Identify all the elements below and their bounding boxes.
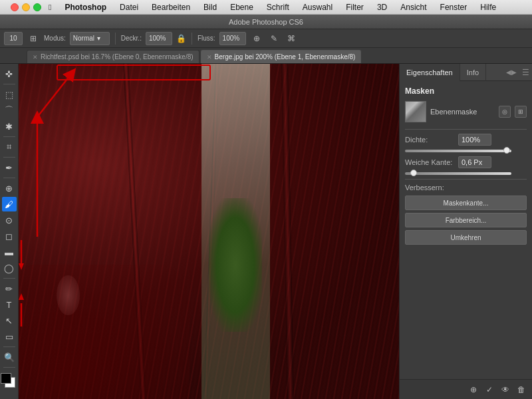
fullscreen-button[interactable] bbox=[33, 3, 41, 11]
refine-label: Verbessern: bbox=[405, 184, 458, 192]
feather-slider[interactable] bbox=[405, 172, 511, 175]
add-mask-from-selection-btn[interactable]: ⊕ bbox=[467, 383, 480, 396]
panel-section-title: Masken bbox=[405, 86, 527, 96]
opacity-lock-icon: 🔒 bbox=[176, 34, 186, 43]
tool-crop[interactable]: ⌗ bbox=[2, 140, 17, 154]
density-row: Dichte: 100% bbox=[405, 134, 527, 146]
density-slider[interactable] bbox=[405, 150, 511, 152]
panel-content: Masken Ebenenmaske ◎ ⊞ Dichte: 100% Weic… bbox=[400, 81, 532, 379]
mask-layer-row: Ebenenmaske ◎ ⊞ bbox=[405, 101, 527, 122]
tool-gradient[interactable]: ▬ bbox=[2, 245, 17, 259]
panel-divider-2 bbox=[405, 179, 527, 180]
tool-clone[interactable]: ⊙ bbox=[2, 213, 17, 227]
mask-visibility-btn[interactable]: ◎ bbox=[499, 106, 511, 118]
visibility-mask-btn[interactable]: 👁 bbox=[499, 383, 512, 396]
menu-datei[interactable]: Datei bbox=[116, 1, 142, 13]
layer-mask-label: Ebenenmaske bbox=[430, 108, 495, 116]
refine-row: Verbessern: bbox=[405, 184, 527, 192]
menu-fenster[interactable]: Fenster bbox=[437, 1, 471, 13]
menu-hilfe[interactable]: Hilfe bbox=[477, 1, 499, 13]
menu-3d[interactable]: 3D bbox=[374, 1, 390, 13]
menu-ebene[interactable]: Ebene bbox=[227, 1, 257, 13]
feather-value[interactable]: 0,6 Px bbox=[458, 156, 491, 168]
tool-spot-heal[interactable]: ⊕ bbox=[2, 181, 17, 196]
tool-dodge[interactable]: ◯ bbox=[2, 261, 17, 275]
tool-quick-select[interactable]: ✱ bbox=[2, 119, 17, 134]
panel-menu-button[interactable]: ☰ bbox=[519, 68, 532, 77]
menu-bearbeiten[interactable]: Bearbeiten bbox=[148, 1, 194, 13]
tool-brush[interactable]: 🖌 bbox=[2, 197, 17, 211]
density-slider-thumb[interactable] bbox=[503, 147, 510, 154]
window-title: Adobe Photoshop CS6 bbox=[229, 18, 303, 26]
tool-lasso[interactable]: ⌒ bbox=[2, 103, 17, 118]
airbrush-icon[interactable]: ⊕ bbox=[250, 32, 263, 45]
brush-preset-picker[interactable]: 10 bbox=[4, 32, 23, 45]
tool-eraser[interactable]: ◻ bbox=[2, 229, 17, 243]
density-value[interactable]: 100% bbox=[458, 134, 491, 146]
panel-tab-eigenschaften[interactable]: Eigenschaften bbox=[400, 64, 460, 81]
apply-mask-btn[interactable]: ✓ bbox=[483, 383, 496, 396]
menu-bild[interactable]: Bild bbox=[200, 1, 220, 13]
left-toolbar: ✜ ⬚ ⌒ ✱ ⌗ ✒ ⊕ 🖌 ⊙ ◻ ▬ ◯ ✏ T ↖ ▭ 🔍 bbox=[0, 64, 19, 399]
modus-label: Modus: bbox=[44, 35, 66, 42]
feather-label: Weiche Kante: bbox=[405, 158, 458, 166]
tool-move[interactable]: ✜ bbox=[2, 66, 17, 81]
density-label: Dichte: bbox=[405, 136, 458, 144]
app-menu-photoshop[interactable]: Photoshop bbox=[61, 1, 110, 13]
delete-mask-btn[interactable]: 🗑 bbox=[515, 383, 528, 396]
mask-edge-button[interactable]: Maskenkante... bbox=[405, 196, 527, 210]
tool-separator-7 bbox=[3, 367, 15, 368]
invert-button[interactable]: Umkehren bbox=[405, 230, 527, 245]
tab-berge[interactable]: ✕ Berge.jpg bei 200% (Ebene 1, Ebenenmas… bbox=[201, 50, 362, 63]
option-separator bbox=[115, 33, 116, 45]
traffic-lights bbox=[11, 3, 41, 11]
tool-separator-4 bbox=[3, 178, 15, 178]
modus-dropdown[interactable]: Normal ▾ bbox=[70, 32, 110, 45]
tool-separator-3 bbox=[3, 157, 15, 158]
canvas-content bbox=[19, 64, 399, 399]
deckr-field[interactable]: 100% bbox=[146, 32, 172, 45]
canvas-area[interactable] bbox=[19, 64, 399, 399]
panel-tabs: Eigenschaften Info ◀▶ ☰ bbox=[400, 64, 532, 81]
tool-eyedropper[interactable]: ✒ bbox=[2, 160, 17, 175]
menu-schrift[interactable]: Schrift bbox=[263, 1, 293, 13]
minimize-button[interactable] bbox=[22, 3, 30, 11]
extra-options-icon2[interactable]: ⌘ bbox=[285, 32, 298, 45]
tab-label-berge: Berge.jpg bei 200% (Ebene 1, Ebenenmaske… bbox=[215, 53, 356, 61]
tool-separator-2 bbox=[3, 136, 15, 137]
tool-separator-5 bbox=[3, 278, 15, 279]
panel-bottom: ⊕ ✓ 👁 🗑 bbox=[400, 379, 532, 399]
foreground-background-colors[interactable] bbox=[1, 373, 18, 390]
mask-thumbnail[interactable] bbox=[405, 101, 426, 122]
tool-path-select[interactable]: ↖ bbox=[2, 313, 17, 328]
tool-zoom[interactable]: 🔍 bbox=[2, 350, 17, 364]
tool-shape[interactable]: ▭ bbox=[2, 329, 17, 344]
mask-link-btn[interactable]: ⊞ bbox=[515, 106, 527, 118]
close-button[interactable] bbox=[11, 3, 19, 11]
fluss-label: Fluss: bbox=[198, 35, 215, 42]
feather-row: Weiche Kante: 0,6 Px bbox=[405, 156, 527, 168]
deckr-label: Deckr.: bbox=[121, 35, 142, 42]
feather-slider-thumb[interactable] bbox=[410, 170, 417, 176]
photo-background bbox=[19, 64, 399, 399]
tool-text[interactable]: T bbox=[2, 297, 17, 312]
panel-tab-info[interactable]: Info bbox=[460, 64, 486, 81]
hair-detail bbox=[57, 275, 79, 315]
tab-close-berge[interactable]: ✕ bbox=[207, 54, 212, 61]
brush-size-icon: ⊞ bbox=[27, 32, 40, 45]
fluss-field[interactable]: 100% bbox=[219, 32, 246, 45]
tool-marquee[interactable]: ⬚ bbox=[2, 87, 17, 102]
tab-richtfest[interactable]: ✕ Richtfest.psd bei 16.7% (Ebene 0, Eben… bbox=[27, 50, 200, 63]
tool-pen[interactable]: ✏ bbox=[2, 281, 17, 296]
menu-auswahl[interactable]: Auswahl bbox=[299, 1, 336, 13]
tool-separator-6 bbox=[3, 346, 15, 347]
panel-scroll-arrows[interactable]: ◀▶ bbox=[503, 68, 519, 76]
extra-options-icon[interactable]: ✎ bbox=[267, 32, 281, 45]
tool-separator bbox=[3, 84, 15, 84]
menu-filter[interactable]: Filter bbox=[342, 1, 367, 13]
tab-close-richtfest[interactable]: ✕ bbox=[33, 54, 38, 61]
color-range-button[interactable]: Farbbereich... bbox=[405, 213, 527, 227]
foreground-color-box[interactable] bbox=[1, 373, 11, 384]
menu-ansicht[interactable]: Ansicht bbox=[397, 1, 430, 13]
apple-menu[interactable]:  bbox=[45, 1, 55, 13]
